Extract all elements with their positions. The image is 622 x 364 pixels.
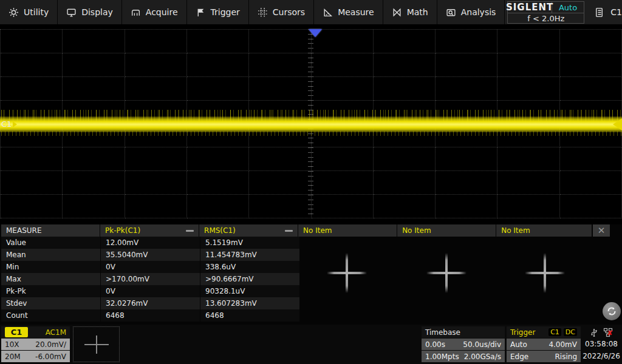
graticule-cell bbox=[63, 195, 125, 218]
c1-vertical-scale: 20.0mV/ bbox=[35, 340, 66, 349]
system-date: 2022/6/26 bbox=[582, 351, 621, 362]
waveform-display[interactable]: C1 bbox=[0, 24, 622, 224]
graticule-cell bbox=[125, 77, 187, 101]
graticule-cell bbox=[1, 53, 63, 77]
measure-row-pkpk: Pk-Pk 0V 90328.1uV bbox=[1, 285, 610, 297]
menu-trigger-label: Trigger bbox=[211, 7, 240, 17]
graticule-cell bbox=[125, 53, 187, 77]
measure-header-row: MEASURE Pk-Pk(C1) RMS(C1) No Item No Ite… bbox=[1, 224, 610, 237]
trigger-mode: Auto bbox=[510, 340, 527, 349]
menu-cursors[interactable]: Cursors bbox=[249, 0, 314, 24]
menu-acquire-label: Acquire bbox=[146, 7, 178, 17]
graticule-cell bbox=[187, 77, 249, 101]
menu-acquire[interactable]: Acquire bbox=[122, 0, 187, 24]
graticule-cell bbox=[312, 171, 374, 195]
graticule-cell bbox=[560, 147, 622, 171]
measure-col-rms[interactable]: RMS(C1) bbox=[199, 224, 298, 237]
graticule-cell bbox=[1, 195, 63, 218]
timebase-descriptor[interactable]: Timebase 0.00s 50.0us/div 1.00Mpts 2.00G… bbox=[422, 326, 505, 362]
timebase-title: Timebase bbox=[425, 328, 460, 337]
trigger-level-marker[interactable] bbox=[613, 118, 622, 130]
plus-icon bbox=[96, 335, 97, 354]
sample-rate: 2.00GSa/s bbox=[464, 352, 501, 361]
gear-icon bbox=[9, 7, 19, 18]
graticule-cell bbox=[63, 77, 125, 101]
timebase-scale: 50.0us/div bbox=[463, 340, 501, 349]
menu-list-icon bbox=[594, 7, 604, 18]
graticule-cell bbox=[249, 53, 311, 77]
menu-math-label: Math bbox=[407, 7, 428, 17]
acquisition-status-box[interactable]: SIGLENT Auto f < 2.0Hz bbox=[507, 1, 584, 24]
add-channel-button[interactable] bbox=[73, 326, 120, 362]
siglent-logo: SIGLENT bbox=[508, 2, 552, 13]
c1-trace bbox=[0, 116, 622, 132]
system-time: 03:58:08 bbox=[582, 339, 621, 350]
graticule-cell bbox=[374, 195, 436, 218]
ruler-triangle-icon bbox=[323, 7, 333, 18]
measure-col-pkpk[interactable]: Pk-Pk(C1) bbox=[100, 224, 199, 237]
menu-bar: Utility Display Acquire Trigger Cursors … bbox=[0, 0, 622, 24]
trigger-frequency: f < 2.0Hz bbox=[508, 13, 584, 23]
graticule-cell bbox=[1, 171, 63, 195]
c1-coupling: AC1M bbox=[46, 328, 66, 337]
measure-row-mean: Mean 35.5040mV 11.454783mV bbox=[1, 249, 610, 261]
remove-measure-icon[interactable] bbox=[186, 230, 194, 232]
trigger-title: Trigger bbox=[510, 328, 535, 337]
graticule-cell bbox=[497, 147, 559, 171]
graticule-cell bbox=[63, 171, 125, 195]
c1-trace-noise-lower bbox=[0, 131, 622, 136]
menu-display[interactable]: Display bbox=[58, 0, 122, 24]
menu-measure[interactable]: Measure bbox=[314, 0, 383, 24]
graticule-cell bbox=[249, 77, 311, 101]
lan-disconnected-icon: ✘ bbox=[607, 329, 613, 337]
c1-offset-marker[interactable]: C1 bbox=[1, 120, 17, 129]
magnifier-folder-icon bbox=[446, 7, 456, 18]
c1-probe-ratio: 10X bbox=[5, 340, 19, 349]
cursors-grid-icon bbox=[258, 7, 268, 18]
menu-display-label: Display bbox=[81, 7, 113, 17]
close-measure-icon[interactable]: ✕ bbox=[593, 224, 610, 237]
active-channel-menu[interactable]: C1 bbox=[610, 7, 622, 17]
add-measure-icon[interactable] bbox=[525, 253, 565, 293]
graticule-cell bbox=[125, 147, 187, 171]
graticule-cell bbox=[249, 171, 311, 195]
measure-row-count: Count 6468 6468 bbox=[1, 309, 610, 322]
graticule-cell bbox=[374, 171, 436, 195]
measure-title: MEASURE bbox=[1, 224, 100, 237]
graticule-cell bbox=[497, 195, 559, 218]
graticule-cell bbox=[436, 77, 497, 101]
measure-col-empty-3[interactable]: No Item bbox=[496, 224, 592, 237]
remove-measure-icon[interactable] bbox=[285, 230, 293, 232]
graticule-cell bbox=[497, 77, 559, 101]
graticule-cell bbox=[560, 171, 622, 195]
bowtie-icon bbox=[392, 7, 402, 18]
channel-descriptor-c1[interactable]: C1 AC1M 10X 20.0mV/ 20M -6.00mV bbox=[1, 326, 70, 362]
measure-col-empty-2[interactable]: No Item bbox=[397, 224, 496, 237]
oscilloscope-screen: Utility Display Acquire Trigger Cursors … bbox=[0, 0, 622, 364]
c1-offset-arrow-icon bbox=[13, 121, 17, 127]
add-measure-icon[interactable] bbox=[327, 253, 367, 293]
graticule-cell bbox=[249, 30, 311, 53]
menu-analysis[interactable]: Analysis bbox=[437, 0, 505, 24]
c1-badge[interactable]: C1 bbox=[5, 327, 28, 337]
graticule-cell bbox=[497, 30, 559, 53]
menu-math[interactable]: Math bbox=[383, 0, 437, 24]
refresh-icon bbox=[606, 305, 618, 317]
acq-mode-indicator: Auto bbox=[552, 2, 584, 13]
graticule-cell bbox=[312, 77, 374, 101]
graticule-cell bbox=[560, 53, 622, 77]
graticule-cell bbox=[560, 30, 622, 53]
menu-trigger[interactable]: Trigger bbox=[187, 0, 249, 24]
trigger-source-badge: C1 bbox=[549, 328, 561, 336]
menu-utility[interactable]: Utility bbox=[0, 0, 58, 24]
c1-offset-label: C1 bbox=[1, 120, 12, 129]
reset-statistics-button[interactable] bbox=[603, 302, 621, 320]
trigger-position-marker[interactable] bbox=[309, 29, 322, 37]
graticule-cell bbox=[374, 147, 436, 171]
graticule-cell bbox=[187, 195, 249, 218]
trigger-descriptor[interactable]: Trigger C1 DC Auto 4.00mV Edge Rising bbox=[507, 326, 581, 362]
trigger-slope: Rising bbox=[555, 352, 577, 361]
add-measure-icon[interactable] bbox=[426, 253, 466, 293]
graticule-cell bbox=[374, 53, 436, 77]
measure-col-empty-1[interactable]: No Item bbox=[298, 224, 397, 237]
